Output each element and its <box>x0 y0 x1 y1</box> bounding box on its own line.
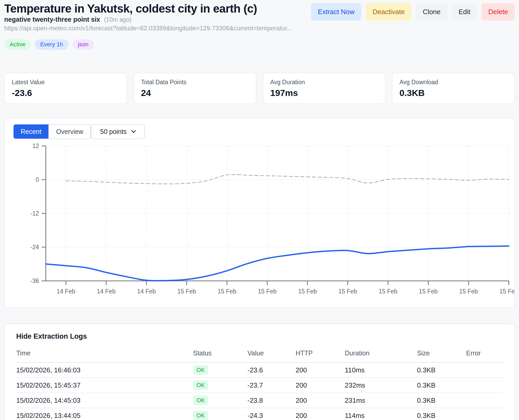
column-header-value: Value <box>247 349 296 357</box>
log-row: 15/02/2026, 14:45:03OK-23.8200231ms0.3KB <box>16 393 503 408</box>
log-row: 15/02/2026, 13:44:05OK-24.3200114ms0.3KB <box>16 408 503 420</box>
status-badges: Active Every 1h json <box>4 39 94 50</box>
active-badge: Active <box>4 39 31 50</box>
x-axis-label: 15 Feb <box>298 288 317 295</box>
stat-card-avg-download: Avg Download 0.3KB <box>392 73 515 104</box>
column-header-duration: Duration <box>345 349 417 357</box>
clone-button[interactable]: Clone <box>416 3 447 20</box>
stat-label: Avg Duration <box>270 79 378 86</box>
status-ok-badge: OK <box>193 411 208 420</box>
temperature-line-chart[interactable]: 14 Feb14 Feb14 Feb15 Feb15 Feb15 Feb15 F… <box>5 118 514 308</box>
log-http: 200 <box>296 366 345 374</box>
page-title: Temperature in Yakutsk, coldest city in … <box>4 2 257 15</box>
column-header-status: Status <box>193 349 247 357</box>
source-url: https://api.open-meteo.com/v1/forecast?l… <box>4 25 292 32</box>
log-status: OK <box>193 381 247 390</box>
log-value: -23.8 <box>247 396 296 405</box>
log-duration: 232ms <box>345 381 417 389</box>
extract-now-button[interactable]: Extract Now <box>311 3 361 20</box>
extraction-logs-card: Hide Extraction Logs Time Status Value H… <box>4 323 515 420</box>
x-axis-label: 14 Feb <box>57 288 75 295</box>
action-buttons: Extract Now Deactivate Clone Edit Delete <box>311 3 515 20</box>
stat-value: -23.6 <box>12 88 120 98</box>
stat-card-total-points: Total Data Points 24 <box>133 73 256 104</box>
log-row: 15/02/2026, 16:46:03OK-23.6200110ms0.3KB <box>16 363 503 378</box>
x-axis-label: 15 Feb <box>419 288 438 295</box>
log-size: 0.3KB <box>417 412 466 420</box>
delete-button[interactable]: Delete <box>482 3 515 20</box>
tab-overview[interactable]: Overview <box>48 124 90 139</box>
log-size: 0.3KB <box>417 366 466 374</box>
x-axis-label: 15 Feb <box>258 288 277 295</box>
log-duration: 231ms <box>345 396 417 405</box>
stat-value: 197ms <box>270 88 378 98</box>
stat-label: Latest Value <box>12 79 120 86</box>
y-axis-label: -24 <box>30 244 39 251</box>
column-header-error: Error <box>466 349 503 357</box>
log-status: OK <box>193 411 247 420</box>
latest-value-text: negative twenty-three point six <box>4 16 100 23</box>
x-axis-label: 14 Feb <box>97 288 116 295</box>
status-ok-badge: OK <box>193 381 208 390</box>
x-axis-label: 15 Feb <box>339 288 357 295</box>
deactivate-button[interactable]: Deactivate <box>366 3 411 20</box>
time-ago: (10m ago) <box>104 16 132 23</box>
log-http: 200 <box>296 381 345 389</box>
stat-label: Avg Download <box>399 79 507 86</box>
schedule-badge: Every 1h <box>35 39 69 50</box>
log-value: -23.6 <box>247 366 296 374</box>
log-size: 0.3KB <box>417 381 466 389</box>
chart-card: 14 Feb14 Feb14 Feb15 Feb15 Feb15 Feb15 F… <box>4 118 515 308</box>
column-header-size: Size <box>417 349 466 357</box>
stat-label: Total Data Points <box>141 79 249 86</box>
x-axis-label: 15 Feb <box>177 288 196 295</box>
x-axis-label: 15 Feb <box>499 288 514 295</box>
stat-card-latest-value: Latest Value -23.6 <box>4 73 127 104</box>
log-value: -23.7 <box>247 381 296 389</box>
chevron-down-icon <box>131 128 136 133</box>
log-value: -24.3 <box>247 412 296 420</box>
chart-range-tabs: Recent Overview <box>13 124 91 139</box>
logs-table-header: Time Status Value HTTP Duration Size Err… <box>16 349 503 363</box>
log-row: 15/02/2026, 15:45:37OK-23.7200232ms0.3KB <box>16 378 503 393</box>
stat-cards: Latest Value -23.6 Total Data Points 24 … <box>4 73 515 104</box>
y-axis-label: -12 <box>30 210 39 217</box>
latest-value-subtitle: negative twenty-three point six (10m ago… <box>4 16 132 23</box>
extraction-logs-table: Time Status Value HTTP Duration Size Err… <box>16 349 503 420</box>
log-http: 200 <box>296 396 345 405</box>
stat-card-avg-duration: Avg Duration 197ms <box>263 73 386 104</box>
log-http: 200 <box>296 412 345 420</box>
stat-value: 24 <box>141 88 249 98</box>
tab-recent[interactable]: Recent <box>14 124 48 139</box>
column-header-http: HTTP <box>296 349 345 357</box>
status-ok-badge: OK <box>193 365 208 375</box>
x-axis-label: 15 Feb <box>218 288 236 295</box>
x-axis-label: 15 Feb <box>459 288 478 295</box>
log-duration: 114ms <box>345 412 417 420</box>
y-axis-label: 12 <box>32 143 39 149</box>
log-time: 15/02/2026, 15:45:37 <box>16 381 193 389</box>
hide-extraction-logs-toggle[interactable]: Hide Extraction Logs <box>16 332 503 340</box>
log-status: OK <box>193 365 247 375</box>
format-badge: json <box>72 39 94 50</box>
y-axis-label: -36 <box>30 277 39 284</box>
log-size: 0.3KB <box>417 396 466 405</box>
log-duration: 110ms <box>345 366 417 374</box>
log-time: 15/02/2026, 14:45:03 <box>16 396 193 405</box>
points-select[interactable]: 50 points <box>91 124 145 139</box>
log-time: 15/02/2026, 16:46:03 <box>16 366 193 374</box>
log-time: 15/02/2026, 13:44:05 <box>16 412 193 420</box>
x-axis-label: 15 Feb <box>379 288 397 295</box>
logs-table-body: 15/02/2026, 16:46:03OK-23.6200110ms0.3KB… <box>16 363 503 420</box>
column-header-time: Time <box>16 349 193 357</box>
reference-line <box>66 174 509 184</box>
edit-button[interactable]: Edit <box>452 3 477 20</box>
points-select-value: 50 points <box>100 128 127 135</box>
status-ok-badge: OK <box>193 396 208 405</box>
log-status: OK <box>193 396 247 405</box>
stat-value: 0.3KB <box>399 88 507 98</box>
temperature-line <box>46 246 509 281</box>
y-axis-label: 0 <box>36 176 39 183</box>
x-axis-label: 14 Feb <box>137 288 156 295</box>
